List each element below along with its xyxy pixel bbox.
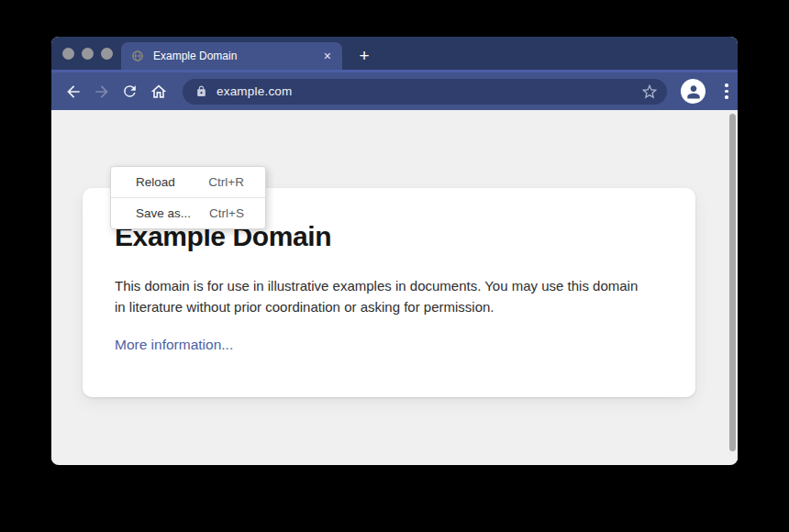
- arrow-left-icon: [64, 83, 83, 101]
- page-paragraph: This domain is for use in illustrative e…: [115, 275, 645, 318]
- browser-tab[interactable]: Example Domain ×: [121, 42, 342, 70]
- context-menu: Reload Ctrl+R Save as... Ctrl+S: [110, 166, 266, 229]
- menu-item-label: Save as...: [136, 206, 191, 220]
- minimize-window-button[interactable]: [82, 48, 94, 60]
- back-button[interactable]: [59, 76, 87, 107]
- bookmark-star-icon[interactable]: [640, 83, 659, 101]
- menu-item-reload[interactable]: Reload Ctrl+R: [111, 167, 265, 197]
- menu-item-label: Reload: [136, 175, 175, 189]
- dot-icon: [725, 95, 728, 99]
- more-information-link[interactable]: More information...: [115, 337, 233, 353]
- globe-favicon-icon: [131, 50, 144, 62]
- lock-icon[interactable]: [195, 85, 207, 97]
- titlebar: Example Domain × +: [51, 37, 738, 70]
- reload-icon: [121, 83, 139, 100]
- tab-close-button[interactable]: ×: [324, 50, 331, 62]
- dot-icon: [725, 83, 728, 87]
- toolbar: example.com: [51, 70, 738, 110]
- traffic-lights: [62, 48, 113, 60]
- home-button[interactable]: [144, 76, 172, 107]
- address-bar[interactable]: example.com: [183, 79, 667, 105]
- new-tab-button[interactable]: +: [350, 42, 378, 70]
- browser-window: Example Domain × +: [51, 37, 738, 465]
- browser-menu-button[interactable]: [717, 83, 736, 99]
- person-icon: [684, 83, 703, 101]
- maximize-window-button[interactable]: [101, 48, 113, 60]
- menu-item-save-as[interactable]: Save as... Ctrl+S: [111, 198, 265, 228]
- home-icon: [150, 83, 168, 101]
- dot-icon: [725, 90, 728, 94]
- profile-button[interactable]: [681, 79, 706, 104]
- arrow-right-icon: [93, 83, 111, 101]
- menu-item-shortcut: Ctrl+S: [209, 206, 244, 220]
- url-text: example.com: [217, 84, 640, 98]
- reload-button[interactable]: [116, 76, 144, 107]
- tab-title: Example Domain: [153, 50, 324, 62]
- vertical-scrollbar-thumb[interactable]: [729, 114, 736, 451]
- menu-item-shortcut: Ctrl+R: [208, 175, 244, 189]
- page-viewport: Example Domain This domain is for use in…: [51, 110, 738, 462]
- forward-button[interactable]: [87, 76, 116, 107]
- close-window-button[interactable]: [62, 48, 74, 60]
